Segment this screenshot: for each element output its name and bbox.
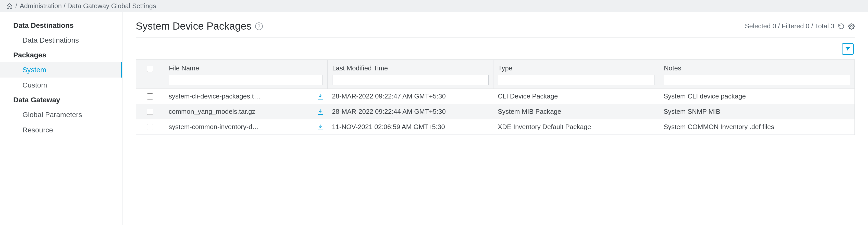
sidebar-item-custom[interactable]: Custom (0, 77, 122, 93)
sidebar-item-global-parameters[interactable]: Global Parameters (0, 107, 122, 123)
cell-file-name: system-common-inventory-d… (169, 123, 259, 131)
sidebar-group-packages: Packages (0, 48, 122, 62)
header-right: Selected 0 / Filtered 0 / Total 3 (745, 22, 855, 30)
breadcrumb-path[interactable]: Administration / Data Gateway Global Set… (20, 2, 156, 10)
table-body: system-cli-device-packages.t… 28-MAR-202… (136, 89, 855, 135)
svg-point-0 (851, 25, 852, 27)
sidebar-item-system[interactable]: System (0, 62, 122, 77)
cell-last-modified: 28-MAR-2022 09:22:47 AM GMT+5:30 (327, 92, 493, 100)
cell-file-name: system-cli-device-packages.t… (169, 92, 260, 100)
sidebar-group-data-destinations: Data Destinations (0, 19, 122, 33)
sidebar-item-resource[interactable]: Resource (0, 123, 122, 138)
refresh-icon[interactable] (838, 23, 844, 30)
cell-type: CLI Device Package (493, 92, 659, 100)
table-header: File Name Last Modified Time Type (136, 60, 855, 89)
cell-file-name: common_yang_models.tar.gz (169, 108, 255, 116)
cell-last-modified: 11-NOV-2021 02:06:59 AM GMT+5:30 (327, 123, 493, 131)
table-row[interactable]: common_yang_models.tar.gz 28-MAR-2022 09… (136, 104, 855, 119)
column-header-notes[interactable]: Notes (664, 64, 850, 72)
cell-notes: System CLI device package (659, 92, 855, 100)
home-icon[interactable] (6, 3, 13, 9)
row-checkbox-cell (136, 93, 164, 99)
page-title-text: System Device Packages (136, 21, 252, 32)
download-icon[interactable] (318, 93, 323, 99)
sidebar-group-data-gateway: Data Gateway (0, 93, 122, 107)
gear-icon[interactable] (848, 23, 855, 30)
filter-input-last-modified[interactable] (332, 75, 489, 85)
help-icon[interactable]: ? (255, 23, 263, 30)
sidebar-item-data-destinations[interactable]: Data Destinations (0, 33, 122, 48)
cell-type: XDE Inventory Default Package (493, 123, 659, 131)
cell-last-modified: 28-MAR-2022 09:22:44 AM GMT+5:30 (327, 108, 493, 116)
sidebar: Data Destinations Data Destinations Pack… (0, 12, 122, 225)
select-all-checkbox[interactable] (147, 66, 153, 72)
table-row[interactable]: system-cli-device-packages.t… 28-MAR-202… (136, 89, 855, 104)
main-content: System Device Packages ? Selected 0 / Fi… (122, 12, 868, 225)
page-title: System Device Packages ? (136, 21, 263, 32)
breadcrumb-separator: / (15, 2, 17, 10)
download-icon[interactable] (318, 109, 323, 115)
column-header-file-name[interactable]: File Name (169, 64, 323, 72)
header-checkbox-cell (136, 60, 164, 89)
page-header: System Device Packages ? Selected 0 / Fi… (136, 21, 855, 37)
row-checkbox-cell (136, 124, 164, 130)
column-header-type[interactable]: Type (498, 64, 654, 72)
cell-type: System MIB Package (493, 108, 659, 116)
packages-table: File Name Last Modified Time Type (136, 59, 855, 135)
breadcrumb: / Administration / Data Gateway Global S… (0, 0, 868, 12)
filter-input-notes[interactable] (664, 75, 850, 85)
table-toolbar (136, 37, 855, 59)
row-checkbox[interactable] (147, 93, 153, 99)
filter-input-file-name[interactable] (169, 75, 323, 85)
filter-button[interactable] (842, 43, 854, 55)
cell-notes: System SNMP MIB (659, 108, 855, 116)
row-checkbox[interactable] (147, 109, 153, 115)
table-row[interactable]: system-common-inventory-d… 11-NOV-2021 0… (136, 119, 855, 135)
filter-input-type[interactable] (498, 75, 654, 85)
selection-counts: Selected 0 / Filtered 0 / Total 3 (745, 22, 834, 30)
column-header-last-modified[interactable]: Last Modified Time (332, 64, 489, 72)
cell-notes: System COMMON Inventory .def files (659, 123, 855, 131)
download-icon[interactable] (318, 124, 323, 130)
row-checkbox-cell (136, 109, 164, 115)
row-checkbox[interactable] (147, 124, 153, 130)
